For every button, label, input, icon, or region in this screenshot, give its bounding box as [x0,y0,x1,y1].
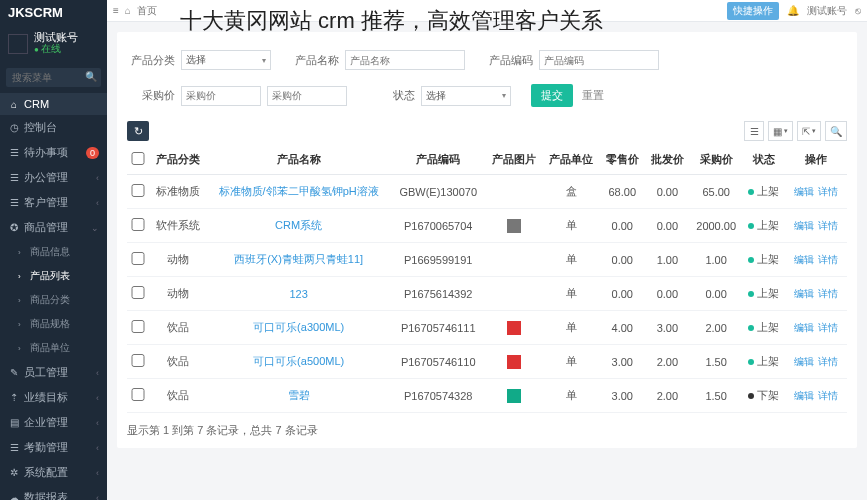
nav-label: 办公管理 [24,170,68,185]
nav-item[interactable]: ›商品单位 [0,336,107,360]
cell-image [485,175,542,209]
filter-price-from-input[interactable] [181,86,261,106]
detail-link[interactable]: 详情 [818,254,838,265]
export-icon: ⇱ [802,126,810,137]
detail-link[interactable]: 详情 [818,186,838,197]
submit-button[interactable]: 提交 [531,84,573,107]
brand: JKSCRM [0,0,107,25]
filter-status-select[interactable]: 选择▾ [421,86,511,106]
toolbar-search-button[interactable]: 🔍 [825,121,847,141]
filter-code-input[interactable] [539,50,659,70]
table-header: 状态 [742,145,785,175]
nav-label: 商品管理 [24,220,68,235]
cell-category: 动物 [149,277,206,311]
status-dot-icon [748,257,754,263]
row-checkbox[interactable] [131,354,145,367]
row-checkbox[interactable] [131,184,145,197]
reset-button[interactable]: 重置 [582,88,604,103]
nav-icon: ◷ [8,122,20,133]
nav-item[interactable]: ☰考勤管理‹ [0,435,107,460]
detail-link[interactable]: 详情 [818,322,838,333]
refresh-button[interactable]: ↻ [127,121,149,141]
edit-link[interactable]: 编辑 [794,288,814,299]
row-checkbox[interactable] [131,218,145,231]
edit-link[interactable]: 编辑 [794,390,814,401]
table-header: 批发价 [645,145,690,175]
cell-wholesale: 0.00 [645,209,690,243]
detail-link[interactable]: 详情 [818,390,838,401]
nav-item[interactable]: ⌂CRM [0,93,107,115]
nav-item[interactable]: ✪商品管理⌄ [0,215,107,240]
product-name-link[interactable]: 可口可乐(a500ML) [253,355,344,367]
edit-link[interactable]: 编辑 [794,254,814,265]
product-name-link[interactable]: 可口可乐(a300ML) [253,321,344,333]
nav-item[interactable]: ✎员工管理‹ [0,360,107,385]
product-name-link[interactable]: CRM系统 [275,219,322,231]
product-name-link[interactable]: 雪碧 [288,389,310,401]
breadcrumb-home-icon[interactable]: ⌂ [125,5,131,16]
select-all-checkbox[interactable] [131,152,145,165]
row-checkbox[interactable] [131,320,145,333]
nav-item[interactable]: ›商品信息 [0,240,107,264]
nav-label: 客户管理 [24,195,68,210]
nav-item[interactable]: ›商品规格 [0,312,107,336]
nav-item[interactable]: ▤企业管理‹ [0,410,107,435]
nav-item[interactable]: ›商品分类 [0,288,107,312]
filter-category-select[interactable]: 选择▾ [181,50,271,70]
nav-item[interactable]: ◷控制台 [0,115,107,140]
nav-label: 员工管理 [24,365,68,380]
menu-toggle-icon[interactable]: ≡ [113,5,119,16]
nav-item[interactable]: ☰办公管理‹ [0,165,107,190]
nav-item[interactable]: ☰待办事项0 [0,140,107,165]
cell-image [485,277,542,311]
nav-item[interactable]: ☁数据报表‹ [0,485,107,500]
search-icon[interactable]: 🔍 [85,71,97,82]
cell-status: 上架 [742,311,785,345]
cell-retail: 68.00 [600,175,645,209]
product-name-link[interactable]: 123 [289,288,307,300]
view-list-button[interactable]: ☰ [744,121,764,141]
edit-link[interactable]: 编辑 [794,356,814,367]
status-dot-icon [748,359,754,365]
nav-item[interactable]: ⇡业绩目标‹ [0,385,107,410]
cell-ops: 编辑详情 [785,209,847,243]
row-checkbox[interactable] [131,286,145,299]
cell-buy: 0.00 [690,277,743,311]
edit-link[interactable]: 编辑 [794,186,814,197]
detail-link[interactable]: 详情 [818,288,838,299]
product-name-link[interactable]: 西班牙(X)青蛙两只青蛙11] [234,253,363,265]
cell-unit: 单 [543,345,600,379]
nav-item[interactable]: ›产品列表 [0,264,107,288]
row-checkbox[interactable] [131,252,145,265]
table-header: 产品名称 [206,145,391,175]
cell-unit: 单 [543,209,600,243]
topbar-account[interactable]: 测试账号 [807,4,847,18]
product-thumb [507,355,521,369]
badge: 0 [86,147,99,159]
cell-code: P16705746110 [391,345,485,379]
view-grid-button[interactable]: ▦▾ [768,121,793,141]
cell-image [485,311,542,345]
cell-wholesale: 2.00 [645,345,690,379]
edit-link[interactable]: 编辑 [794,322,814,333]
quick-action-button[interactable]: 快捷操作 [727,2,779,20]
bell-icon[interactable]: 🔔 [787,5,799,16]
nav-item[interactable]: ☰客户管理‹ [0,190,107,215]
filter-name-input[interactable] [345,50,465,70]
detail-link[interactable]: 详情 [818,356,838,367]
product-name-link[interactable]: 标准物质/邻苯二甲酸氢钾pH溶液 [219,185,379,197]
exit-icon[interactable]: ⎋ [855,5,861,16]
edit-link[interactable]: 编辑 [794,220,814,231]
filter-price-to-input[interactable] [267,86,347,106]
cell-category: 标准物质 [149,175,206,209]
chevron-icon: ‹ [96,443,99,453]
nav-item[interactable]: ✲系统配置‹ [0,460,107,485]
table-row: 软件系统CRM系统P1670065704单0.000.002000.00上架编辑… [127,209,847,243]
cell-unit: 盒 [543,175,600,209]
export-button[interactable]: ⇱▾ [797,121,821,141]
table-row: 动物西班牙(X)青蛙两只青蛙11]P1669599191单0.001.001.0… [127,243,847,277]
nav-icon: ✎ [8,367,20,378]
detail-link[interactable]: 详情 [818,220,838,231]
cell-buy: 65.00 [690,175,743,209]
row-checkbox[interactable] [131,388,145,401]
